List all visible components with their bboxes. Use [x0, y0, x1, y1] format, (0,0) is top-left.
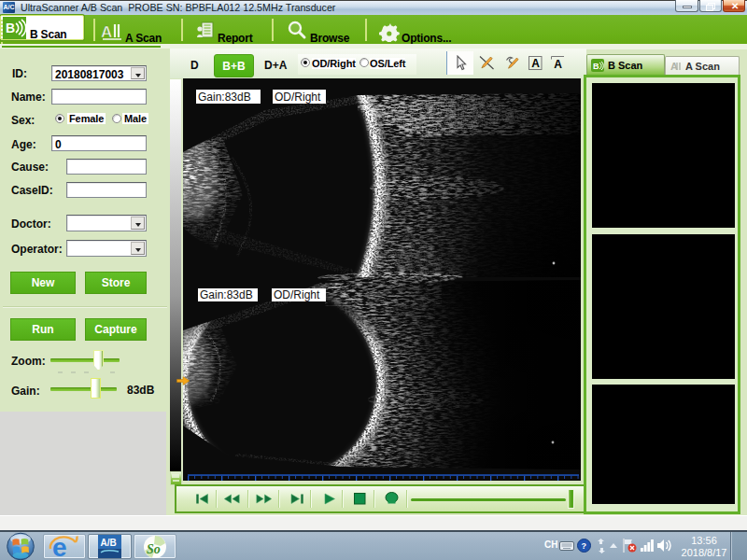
svg-text:B: B [593, 62, 599, 71]
svg-text:A/B: A/B [101, 538, 117, 548]
svg-text:B: B [6, 21, 15, 35]
svg-text:A: A [531, 57, 540, 70]
svg-text:Gain:83dB: Gain:83dB [200, 288, 253, 301]
svg-text:A: A [101, 23, 112, 41]
svg-text:?: ? [582, 541, 587, 551]
svg-text:Gain:83dB: Gain:83dB [198, 91, 251, 104]
svg-text:OD/Right: OD/Right [274, 288, 320, 301]
svg-text:A: A [554, 58, 562, 71]
svg-text:OD/Right: OD/Right [275, 91, 321, 104]
svg-text:So: So [147, 542, 161, 556]
